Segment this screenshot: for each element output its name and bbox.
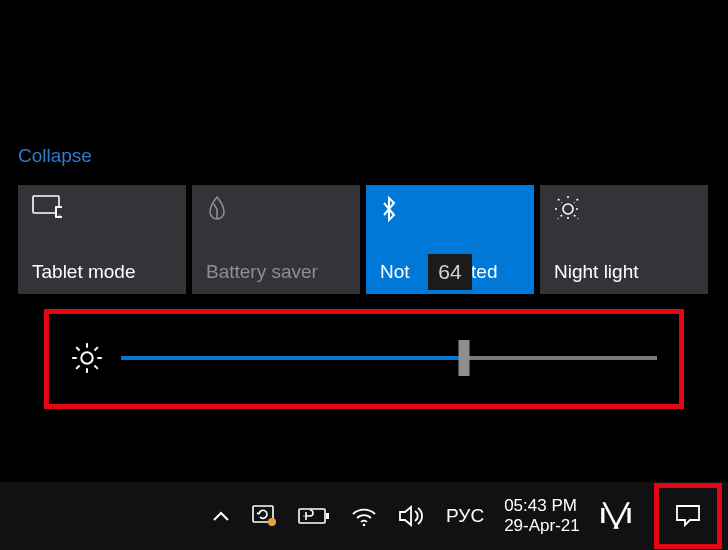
brightness-value-tooltip: 64 [428,254,472,290]
svg-line-20 [76,365,79,368]
bluetooth-icon [380,195,522,225]
tile-tablet-mode[interactable]: Tablet mode [18,185,186,294]
brightness-icon [71,342,103,374]
tile-battery-saver[interactable]: Battery saver [192,185,360,294]
clock-time: 05:43 PM [504,496,580,516]
svg-line-8 [558,199,562,203]
battery-saver-icon [206,195,348,225]
taskbar: РУС 05:43 PM 29-Apr-21 I╲╱I [0,482,728,550]
clock[interactable]: 05:43 PM 29-Apr-21 [504,496,580,537]
app-icon[interactable]: I╲╱I [600,503,630,529]
brightness-slider[interactable] [121,356,657,360]
svg-point-3 [563,204,573,214]
language-indicator[interactable]: РУС [446,505,484,527]
tile-label: Battery saver [206,261,348,283]
brightness-slider-highlight [44,309,684,409]
tile-label: Tablet mode [32,261,174,283]
svg-point-12 [81,352,92,363]
quick-action-tiles: Tablet mode Battery saver Not cted [18,185,710,294]
action-center-button[interactable] [654,483,722,549]
svg-line-17 [76,347,79,350]
svg-point-22 [268,518,276,526]
clock-date: 29-Apr-21 [504,516,580,536]
tile-bluetooth[interactable]: Not cted 64 [366,185,534,294]
battery-icon[interactable] [298,506,330,526]
svg-point-26 [363,524,366,527]
svg-rect-0 [33,196,59,213]
svg-line-19 [94,347,97,350]
svg-rect-24 [326,513,329,519]
collapse-link[interactable]: Collapse [18,145,710,167]
volume-icon[interactable] [398,504,426,528]
brightness-slider-thumb[interactable] [459,340,470,376]
tile-label: Night light [554,261,696,283]
sync-icon[interactable] [250,503,278,529]
night-light-icon [554,195,696,225]
wifi-icon[interactable] [350,505,378,527]
tablet-mode-icon [32,195,174,225]
svg-line-10 [574,199,578,203]
svg-line-9 [574,215,578,219]
svg-line-18 [94,365,97,368]
tray-overflow-chevron-icon[interactable] [206,510,230,522]
tile-label-prefix: Not [380,261,410,283]
tile-night-light[interactable]: Night light [540,185,708,294]
svg-line-11 [558,215,562,219]
